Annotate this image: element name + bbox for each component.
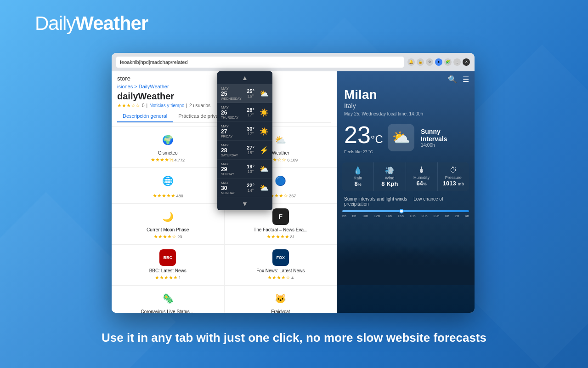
tagline: Use it in any tab with just one click, n…	[0, 331, 588, 345]
stat-pressure: ⏱ Pressure 1013 mb	[438, 162, 469, 191]
weather-day-row[interactable]: May 26 THURSDAY 28° 17° ☀️	[217, 103, 272, 122]
browser-icon-profile[interactable]: ●	[435, 58, 442, 66]
ext-name: BBC: Latest News	[149, 268, 187, 273]
rating-link[interactable]: Noticias y tiempo	[149, 103, 184, 108]
list-item[interactable]: 🐱 Fraidycat ★★★★★ 9	[225, 286, 337, 313]
stat-rain: 💧 Rain 8%	[342, 162, 373, 191]
ext-icon-3: 🌐	[159, 172, 176, 189]
weather-icon-main: ⛅	[388, 124, 414, 151]
weather-location: Milan Italy May 25, Wednesday local time…	[337, 87, 475, 116]
wind-value: 8 Kph	[376, 180, 403, 187]
ext-name: Current Moon Phase	[147, 227, 189, 232]
browser-toolbar-icons: 🔔 🔒 ☆ ● 🧩 ⋮ ✕	[407, 58, 470, 66]
url-text: feoaknib|hpd|madchap/related	[120, 59, 188, 65]
menu-icon[interactable]: ☰	[463, 75, 469, 84]
ext-icon-4: 🔵	[272, 172, 289, 189]
pressure-icon: ⏱	[440, 166, 467, 174]
user-count: 2 usuarios	[189, 103, 210, 108]
ext-icon-covid: 🦠	[159, 290, 176, 307]
browser-icon-lock[interactable]: 🔒	[417, 58, 424, 66]
ext-name: Fraidycat	[271, 309, 290, 313]
ext-icon-factual: F	[272, 208, 289, 225]
weather-panel: 🔍 ☰ Milan Italy May 25, Wednesday local …	[337, 71, 475, 313]
ext-rating: ★★★★☆ 4	[267, 275, 294, 281]
ext-icon-moon: 🌙	[159, 208, 176, 225]
ext-rating: ★★★★★ 1	[155, 275, 181, 281]
ext-rating: ★★★★★ 480	[153, 193, 183, 199]
rain-icon: 💧	[344, 166, 372, 175]
feels-like: Feels like 27 °C	[344, 150, 383, 154]
browser-chrome: feoaknib|hpd|madchap/related 🔔 🔒 ☆ ● 🧩 ⋮…	[112, 53, 475, 71]
weather-description: Sunny Intervals 14:00h	[421, 128, 467, 148]
logo-daily: Daily	[35, 12, 75, 34]
rain-label: Rain	[344, 176, 372, 180]
weather-main: 23°C Feels like 27 °C ⛅ Sunny Intervals …	[337, 116, 475, 159]
timeline-dot	[399, 209, 404, 213]
ext-rating: ★★★★☆ 23	[153, 234, 182, 240]
logo: DailyWeather	[35, 14, 148, 33]
ext-icon-weather: ⛅	[272, 132, 289, 148]
weather-summary: Sunny intervals and light winds Low chan…	[337, 195, 475, 208]
weather-day-row[interactable]: May 29 SUNDAY 19° 13° ⛅	[217, 160, 272, 178]
browser-icon-star[interactable]: ☆	[426, 58, 433, 66]
browser-window: feoaknib|hpd|madchap/related 🔔 🔒 ☆ ● 🧩 ⋮…	[112, 53, 475, 313]
weather-timeline: 6h8h10h12h14h 16h18h20h22h0h2h4h	[337, 208, 475, 222]
rating-stars: ★★★☆☆	[117, 103, 140, 109]
ext-name: Fox News: Latest News	[256, 268, 305, 273]
ext-name: Gismeteo	[158, 150, 178, 155]
ext-name: The Factual – News Eva...	[254, 227, 307, 232]
list-item[interactable]: 🌐 ★★★★★ 480	[112, 168, 224, 203]
list-item[interactable]: 🌙 Current Moon Phase ★★★★☆ 23	[112, 204, 224, 244]
date-time: May 25, Wednesday local time: 14:00h	[344, 111, 467, 116]
weather-stats: 💧 Rain 8% 💨 Wind 8 Kph 🌢 Humidity 64%	[342, 162, 469, 191]
ext-icon-fox: FOX	[272, 249, 289, 266]
search-icon[interactable]: 🔍	[448, 75, 457, 84]
city-name: Milan	[344, 87, 467, 102]
list-item[interactable]: FOX Fox News: Latest News ★★★★☆ 4	[225, 245, 337, 285]
ext-rating: ★★★★½ 4.772	[151, 157, 185, 163]
browser-icon-bell[interactable]: 🔔	[407, 58, 415, 66]
dropdown-scroll-down[interactable]: ▼	[217, 197, 272, 210]
wind-icon: 💨	[376, 166, 403, 175]
list-item[interactable]: 🦠 Coronavirus Live Status ... ★★★★★ 47	[112, 286, 224, 313]
humidity-label: Humidity	[408, 175, 435, 180]
browser-icon-ext[interactable]: 🧩	[444, 58, 452, 66]
ext-icon-fraidycat: 🐱	[272, 290, 289, 307]
browser-icon-menu[interactable]: ⋮	[453, 58, 461, 66]
timeline-hours: 6h8h10h12h14h 16h18h20h22h0h2h4h	[342, 214, 469, 218]
tab-overview[interactable]: Descripción general	[117, 110, 173, 122]
timeline-bar	[342, 210, 469, 212]
weather-top-bar: 🔍 ☰	[337, 71, 475, 87]
ext-name: Weather	[272, 150, 289, 155]
ext-icon-bbc: BBC	[159, 249, 176, 266]
weather-day-row[interactable]: May 28 SATURDAY 27° 15° ⚡	[217, 141, 272, 160]
list-item[interactable]: BBC BBC: Latest News ★★★★★ 1	[112, 245, 224, 285]
humidity-icon: 🌢	[408, 166, 435, 174]
rating-count: 0	[142, 103, 145, 108]
dropdown-scroll-up[interactable]: ▲	[217, 71, 272, 84]
wind-label: Wind	[376, 176, 403, 180]
stat-humidity: 🌢 Humidity 64%	[406, 162, 437, 191]
weather-day-row[interactable]: May 27 FRIDAY 30° 17° ☀️	[217, 122, 272, 141]
humidity-value: 64%	[408, 180, 435, 187]
country-name: Italy	[344, 102, 467, 109]
logo-weather: Weather	[75, 12, 148, 34]
browser-icon-close[interactable]: ✕	[463, 58, 470, 66]
weather-dropdown: ▲ May 25 WEDNESDAY 25° 16° ⛅ May 26	[217, 71, 272, 210]
pressure-value: 1013 mb	[440, 180, 467, 187]
ext-name: Coronavirus Live Status ...	[141, 309, 195, 313]
weather-day-row[interactable]: May 25 WEDNESDAY 25° 16° ⛅	[217, 84, 272, 103]
temperature-display: 23°C	[344, 121, 383, 149]
browser-content: store isiones > DailyWeather dailyWeathe…	[112, 71, 475, 313]
weather-day-row[interactable]: May 30 MONDAY 22° 14° ⛅	[217, 178, 272, 197]
browser-url-bar[interactable]: feoaknib|hpd|madchap/related	[116, 57, 404, 68]
pressure-label: Pressure	[440, 175, 467, 180]
ext-icon-gismeteo: 🌍	[159, 132, 176, 148]
ext-rating: ★★★★★ 31	[266, 234, 295, 240]
list-item[interactable]: 🌍 Gismeteo ★★★★½ 4.772	[112, 127, 224, 167]
rain-value: 8%	[344, 180, 372, 187]
stat-wind: 💨 Wind 8 Kph	[374, 162, 405, 191]
